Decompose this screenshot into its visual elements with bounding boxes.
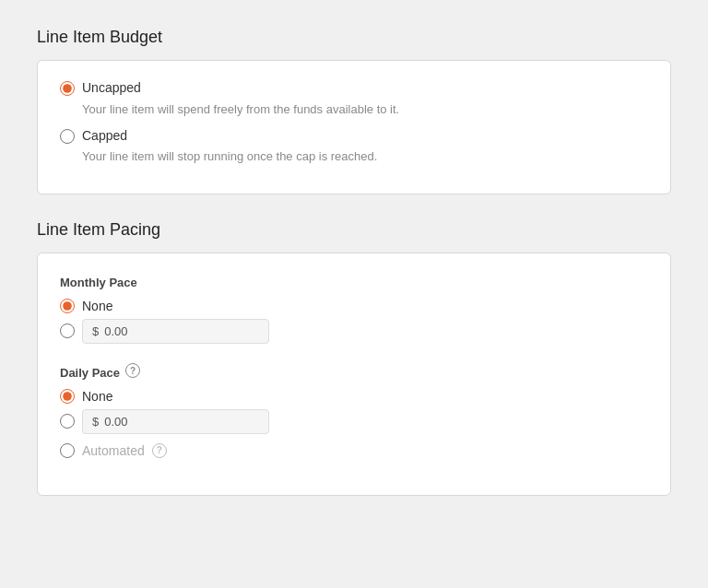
automated-radio[interactable] — [60, 443, 75, 458]
pacing-section-title: Line Item Pacing — [37, 220, 671, 240]
monthly-amount-row: $ — [60, 319, 648, 344]
daily-pace-block: Daily Pace ? None $ Automated ? — [60, 362, 648, 458]
capped-label[interactable]: Capped — [82, 127, 127, 146]
daily-none-row: None — [60, 389, 648, 404]
automated-row: Automated ? — [60, 443, 648, 458]
daily-dollar-wrapper: $ — [82, 409, 269, 434]
capped-row: Capped — [60, 127, 648, 146]
uncapped-label[interactable]: Uncapped — [82, 79, 141, 98]
monthly-amount-input[interactable] — [104, 324, 259, 338]
budget-card: Uncapped Your line item will spend freel… — [37, 60, 671, 194]
automated-help-icon[interactable]: ? — [152, 443, 167, 458]
monthly-none-radio[interactable] — [60, 299, 75, 313]
daily-amount-input[interactable] — [104, 415, 259, 429]
monthly-amount-radio[interactable] — [60, 323, 75, 338]
budget-section-title: Line Item Budget — [37, 28, 671, 47]
monthly-pace-label: Monthly Pace — [60, 276, 648, 289]
daily-pace-header: Daily Pace ? — [60, 362, 648, 380]
daily-amount-radio[interactable] — [60, 414, 75, 429]
monthly-none-row: None — [60, 299, 648, 313]
daily-dollar-sign: $ — [92, 415, 99, 429]
uncapped-radio[interactable] — [60, 81, 75, 96]
monthly-dollar-sign: $ — [92, 324, 99, 338]
monthly-pace-block: Monthly Pace None $ — [60, 276, 648, 344]
capped-radio[interactable] — [60, 129, 75, 144]
daily-pace-help-icon[interactable]: ? — [125, 363, 140, 378]
daily-pace-label: Daily Pace — [60, 366, 120, 380]
uncapped-row: Uncapped — [60, 79, 648, 98]
monthly-none-label[interactable]: None — [82, 299, 112, 313]
capped-description: Your line item will stop running once th… — [82, 148, 648, 165]
daily-amount-row: $ — [60, 409, 648, 434]
monthly-dollar-wrapper: $ — [82, 319, 269, 344]
uncapped-description: Your line item will spend freely from th… — [82, 101, 648, 118]
daily-none-label[interactable]: None — [82, 389, 112, 404]
daily-none-radio[interactable] — [60, 389, 75, 404]
pacing-card: Monthly Pace None $ Daily Pace ? None $ — [37, 253, 671, 496]
automated-label[interactable]: Automated — [82, 443, 145, 458]
